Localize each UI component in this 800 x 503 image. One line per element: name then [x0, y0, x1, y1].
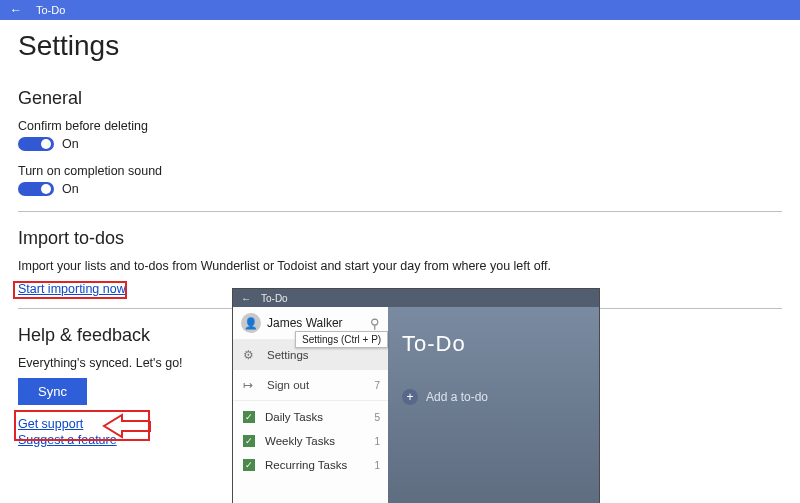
menu-item-label: Settings [267, 349, 309, 361]
gear-icon: ⚙ [243, 348, 257, 362]
confirm-delete-label: Confirm before deleting [18, 119, 782, 133]
completion-sound-label: Turn on completion sound [18, 164, 782, 178]
inset-sidebar: 👤 James Walker ⚲ Settings (Ctrl + P) ⚙ S… [233, 307, 388, 503]
titlebar: ← To-Do [0, 0, 800, 20]
count-badge: 1 [374, 460, 380, 471]
checklist-icon: ✓ [243, 459, 255, 471]
sync-button[interactable]: Sync [18, 378, 87, 405]
confirm-delete-setting: Confirm before deleting On [18, 119, 782, 154]
checklist-icon: ✓ [243, 435, 255, 447]
import-desc: Import your lists and to-dos from Wunder… [18, 259, 782, 273]
general-heading: General [18, 88, 782, 109]
import-heading: Import to-dos [18, 228, 782, 249]
user-menu: ⚙ Settings ↦ Sign out 7 [233, 339, 388, 401]
search-icon[interactable]: ⚲ [370, 316, 380, 331]
list-item[interactable]: ✓ Weekly Tasks 1 [233, 429, 388, 453]
user-name: James Walker [267, 316, 343, 330]
start-importing-link[interactable]: Start importing now [18, 282, 126, 296]
plus-icon: + [402, 389, 418, 405]
titlebar-app: To-Do [36, 4, 65, 16]
completion-sound-setting: Turn on completion sound On [18, 164, 782, 199]
signout-icon: ↦ [243, 378, 257, 392]
add-todo-label: Add a to-do [426, 390, 488, 404]
checklist-icon: ✓ [243, 411, 255, 423]
list-label: Daily Tasks [265, 411, 323, 423]
avatar-icon: 👤 [241, 313, 261, 333]
list-item[interactable]: ✓ Daily Tasks 5 [233, 405, 388, 429]
menu-item-label: Sign out [267, 379, 309, 391]
count-badge: 1 [374, 436, 380, 447]
list-label: Recurring Tasks [265, 459, 347, 471]
page-title: Settings [18, 30, 782, 62]
completion-sound-toggle[interactable]: On [18, 182, 79, 196]
confirm-delete-state: On [62, 137, 79, 151]
inset-titlebar-app: To-Do [261, 293, 288, 304]
count-badge: 7 [374, 380, 380, 391]
confirm-delete-toggle[interactable]: On [18, 137, 79, 151]
list-item[interactable]: ✓ Recurring Tasks 1 [233, 453, 388, 477]
back-icon[interactable]: ← [10, 3, 22, 17]
count-badge: 5 [374, 412, 380, 423]
settings-tooltip: Settings (Ctrl + P) [295, 331, 388, 348]
divider [18, 211, 782, 212]
menu-item-signout[interactable]: ↦ Sign out 7 [233, 370, 388, 400]
inset-titlebar: ← To-Do [233, 289, 599, 307]
inset-todo-app: ← To-Do 👤 James Walker ⚲ Settings (Ctrl … [232, 288, 600, 503]
add-todo-row[interactable]: + Add a to-do [402, 389, 585, 405]
completion-sound-state: On [62, 182, 79, 196]
main-title: To-Do [402, 331, 585, 357]
list-label: Weekly Tasks [265, 435, 335, 447]
inset-main: To-Do + Add a to-do [388, 307, 599, 503]
back-icon[interactable]: ← [241, 293, 251, 304]
lists: ✓ Daily Tasks 5 ✓ Weekly Tasks 1 ✓ Recur… [233, 401, 388, 477]
user-header[interactable]: 👤 James Walker ⚲ Settings (Ctrl + P) [233, 307, 388, 339]
